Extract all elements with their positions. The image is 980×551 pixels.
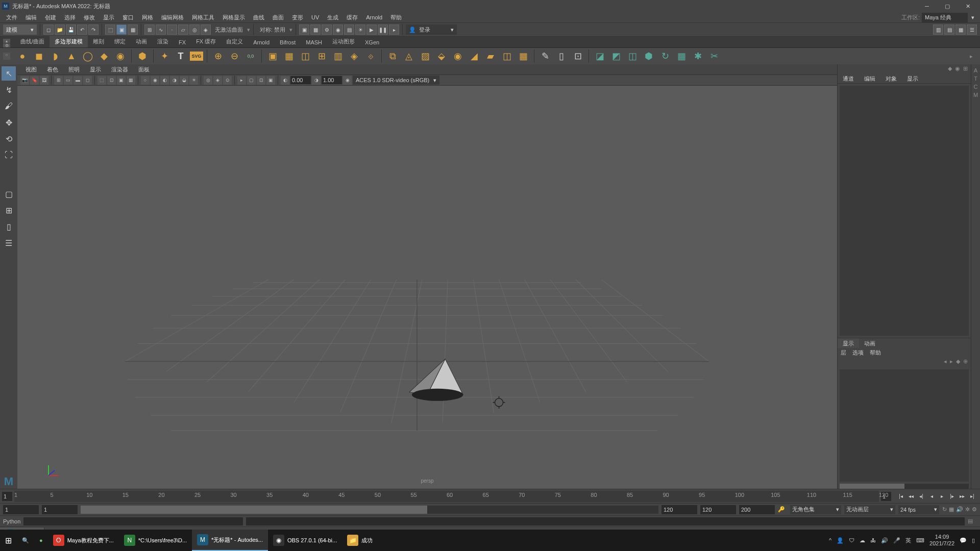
menu-select[interactable]: 选择 [60, 13, 80, 22]
layer-ico4-icon[interactable]: ⊕ [963, 358, 968, 366]
attr-toggle-icon[interactable]: ▤ [944, 24, 954, 35]
audio-icon[interactable]: 🔊 [956, 506, 963, 513]
symmetry-label[interactable]: 对称: 禁用 [257, 26, 288, 34]
curve-icon[interactable]: ✎ [538, 49, 552, 63]
channel-toggle-icon[interactable]: ☰ [967, 24, 977, 35]
range-extra-field[interactable]: 200 [739, 505, 775, 514]
shelf-tab-poly[interactable]: 多边形建模 [50, 36, 88, 47]
shelf-tab-fxcache[interactable]: FX 缓存 [191, 36, 221, 47]
redo-icon[interactable]: ↷ [88, 24, 99, 35]
select-mode-icon[interactable]: ⬚ [105, 24, 115, 35]
extrude-icon[interactable]: ▣ [265, 49, 280, 63]
minimize-button[interactable]: ─ [917, 0, 937, 12]
shelf-tab-xgen[interactable]: XGen [360, 37, 384, 47]
vp-gamma-icon[interactable]: ◐ [281, 76, 289, 85]
vp-aa-icon[interactable]: ◒ [180, 76, 188, 85]
step-fwd-icon[interactable]: |▸ [947, 492, 957, 501]
quad-icon[interactable]: ⬙ [434, 49, 449, 63]
shelf-more-icon[interactable]: ▸ [970, 53, 977, 60]
poly-cone-icon[interactable]: ▲ [64, 49, 79, 63]
workspace-dropdown[interactable]: Maya 经典 [922, 13, 968, 22]
vp-exp4-icon[interactable]: ▣ [266, 76, 275, 85]
layout-single-icon[interactable]: ▢ [2, 187, 16, 201]
maximize-button[interactable]: ▢ [937, 0, 958, 12]
menu-generate[interactable]: 生成 [323, 13, 342, 22]
render-settings-icon[interactable]: ⚙ [322, 24, 332, 35]
rc-ch-icon[interactable]: C [974, 84, 978, 90]
vp-lighting[interactable]: 照明 [63, 65, 85, 74]
tray-people-icon[interactable]: 👤 [837, 537, 844, 544]
viewport-3d[interactable]: persp [17, 86, 837, 489]
goto-end-icon[interactable]: ▸| [968, 492, 977, 501]
layer-tab-display[interactable]: 显示 [838, 338, 859, 348]
boolean-icon[interactable]: 0,0 [243, 49, 258, 63]
vp-shade-icon[interactable]: ▣ [117, 76, 126, 85]
quadrangulate-icon[interactable]: ▰ [483, 49, 498, 63]
time-ruler[interactable]: 1510152025303540455055606570758085909510… [14, 491, 879, 502]
vp-exp1-icon[interactable]: ▸ [237, 76, 246, 85]
shelf-opts-icon[interactable]: ○ [3, 53, 10, 60]
vp-jnt-icon[interactable]: ⊙ [223, 76, 232, 85]
snap-curve-icon[interactable]: ∿ [156, 24, 166, 35]
autokey-icon[interactable]: 🔑 [778, 506, 787, 513]
op3-icon[interactable]: ◫ [625, 49, 640, 63]
cb-ico2-icon[interactable]: ◉ [955, 65, 960, 72]
layout-side-icon[interactable]: ▯ [2, 219, 16, 234]
layout-four-icon[interactable]: ⊞ [2, 203, 16, 217]
color-management-dropdown[interactable]: ACES 1.0 SDR-video (sRGB)▾ [353, 76, 439, 85]
search-button[interactable]: 🔍 [17, 530, 34, 551]
separate-icon[interactable]: ⊖ [227, 49, 241, 63]
vp-iso-icon[interactable]: ◎ [204, 76, 212, 85]
tray-up-icon[interactable]: ^ [829, 537, 831, 543]
vp-shading[interactable]: 着色 [42, 65, 63, 74]
op6-icon[interactable]: ▦ [674, 49, 689, 63]
anim-prefs-icon[interactable]: ⚙ [972, 506, 977, 513]
menu-curves[interactable]: 曲线 [249, 13, 268, 22]
sidebar-toggle-icon[interactable]: ▥ [933, 24, 943, 35]
op7-icon[interactable]: ✱ [691, 49, 705, 63]
snap-view-icon[interactable]: ◈ [201, 24, 211, 35]
crease-icon[interactable]: ◫ [500, 49, 514, 63]
ruler-icon[interactable]: ▯ [554, 49, 569, 63]
vp-film-icon[interactable]: ▬ [74, 76, 82, 85]
range-bar[interactable] [81, 506, 658, 514]
insertedge-icon[interactable]: ▥ [331, 49, 345, 63]
scale-tool-icon[interactable]: ⛶ [2, 148, 16, 162]
shelf-tab-mash[interactable]: MASH [301, 37, 327, 47]
range-end-outer[interactable]: 120 [700, 505, 736, 514]
task-app-2[interactable]: N*C:\Users\free3\D... [119, 530, 192, 551]
cortana-button[interactable]: ● [34, 530, 48, 551]
layer-ico1-icon[interactable]: ◂ [944, 358, 947, 366]
bridge-icon[interactable]: ▦ [282, 49, 296, 63]
vp-cam-icon[interactable]: 📷 [20, 76, 29, 85]
rc-mod-icon[interactable]: M [973, 92, 978, 98]
sweep-icon[interactable]: ✦ [157, 49, 172, 63]
cb-tab-edit[interactable]: 编辑 [859, 73, 880, 83]
range-end-inner[interactable]: 120 [662, 505, 697, 514]
vp-show[interactable]: 显示 [85, 65, 106, 74]
poly-cylinder-icon[interactable]: ◗ [48, 49, 62, 63]
charset-dropdown[interactable]: 无角色集▾ [790, 505, 841, 514]
menu-create[interactable]: 创建 [41, 13, 60, 22]
save-scene-icon[interactable]: 💾 [66, 24, 76, 35]
vp-bookmark-icon[interactable]: 🔖 [30, 76, 39, 85]
poly-disc-icon[interactable]: ◉ [113, 49, 128, 63]
vp-cm-icon[interactable]: ◉ [343, 76, 352, 85]
paint-tool-icon[interactable]: 🖌 [2, 99, 16, 113]
vp-wire-icon[interactable]: ⊡ [107, 76, 116, 85]
shelf-tab-anim[interactable]: 动画 [131, 36, 152, 47]
task-app-4[interactable]: ◉OBS 27.0.1 (64-bi... [268, 530, 342, 551]
rc-tool-icon[interactable]: T [974, 76, 977, 82]
outliner-icon[interactable]: ☰ [2, 236, 16, 250]
cb-ico1-icon[interactable]: ◆ [948, 65, 952, 72]
step-back-icon[interactable]: ◂| [917, 492, 926, 501]
cb-tab-channel[interactable]: 通道 [838, 73, 859, 83]
vp-light1-icon[interactable]: ○ [141, 76, 150, 85]
triangulate-icon[interactable]: ◢ [467, 49, 481, 63]
poly-plane-icon[interactable]: ◆ [97, 49, 111, 63]
login-button[interactable]: 👤登录▾ [406, 24, 457, 35]
menu-meshdisplay[interactable]: 网格显示 [218, 13, 249, 22]
tray-vol-icon[interactable]: 🔊 [881, 537, 888, 544]
op4-icon[interactable]: ⬢ [642, 49, 656, 63]
cb-scrollbar[interactable] [840, 484, 969, 489]
